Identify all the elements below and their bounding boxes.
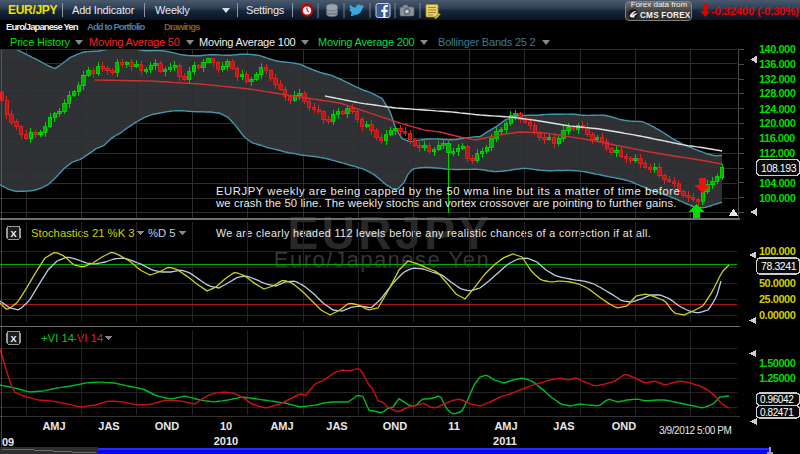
svg-text:2010: 2010 (214, 435, 238, 447)
svg-text:09: 09 (2, 436, 14, 448)
svg-text:OND: OND (155, 420, 180, 432)
svg-text:11: 11 (448, 420, 460, 432)
svg-text:OND: OND (612, 420, 637, 432)
svg-text:X: X (10, 229, 16, 239)
svg-text:100.000: 100.000 (759, 192, 796, 204)
svg-text:OND: OND (383, 420, 408, 432)
svg-text:JAS: JAS (553, 420, 574, 432)
svg-text:+VI 14: +VI 14 (41, 332, 74, 344)
svg-text:we crash the 50 line. The week: we crash the 50 line. The weekly stochs … (215, 197, 676, 209)
svg-text:AMJ: AMJ (42, 420, 65, 432)
svg-text:50.0000: 50.0000 (759, 277, 796, 289)
svg-text:112.000: 112.000 (759, 147, 795, 159)
svg-text:120.000: 120.000 (759, 117, 796, 129)
svg-text:JAS: JAS (98, 420, 119, 432)
svg-text:Stochastics 21 %K 3: Stochastics 21 %K 3 (31, 227, 135, 239)
svg-text:3/9/2012 5:00 PM: 3/9/2012 5:00 PM (659, 425, 732, 436)
svg-text:100.000: 100.000 (759, 245, 796, 257)
svg-text:%D 5: %D 5 (148, 227, 176, 239)
svg-text:We are clearly headed 112 leve: We are clearly headed 112 levels before … (216, 227, 651, 239)
svg-text:124.000: 124.000 (759, 103, 796, 115)
svg-text:1.25000: 1.25000 (759, 372, 796, 384)
svg-text:0.82471: 0.82471 (760, 407, 794, 418)
svg-text:104.000: 104.000 (759, 177, 796, 189)
svg-text:10: 10 (220, 420, 232, 432)
svg-text:AMJ: AMJ (270, 420, 293, 432)
svg-text:X: X (10, 334, 16, 344)
svg-text:128.000: 128.000 (759, 87, 796, 99)
svg-text:25.0000: 25.0000 (759, 293, 796, 305)
svg-text:78.3241: 78.3241 (761, 260, 797, 272)
svg-text:108.193: 108.193 (761, 162, 797, 174)
svg-text:0.00000: 0.00000 (759, 309, 796, 321)
svg-text:0.96042: 0.96042 (760, 394, 794, 405)
svg-text:116.000: 116.000 (759, 132, 795, 144)
svg-text:AMJ: AMJ (494, 420, 517, 432)
svg-text:JAS: JAS (326, 420, 347, 432)
svg-text:EURJPY weekly are being capped: EURJPY weekly are being capped by the 50… (216, 185, 680, 197)
svg-text:136.000: 136.000 (759, 58, 796, 70)
svg-text:132.000: 132.000 (759, 73, 796, 85)
svg-text:1.50000: 1.50000 (759, 357, 796, 369)
svg-text:CMS FOREX: CMS FOREX (640, 11, 691, 20)
svg-text:2011: 2011 (493, 435, 517, 447)
svg-text:-VI 14: -VI 14 (73, 332, 103, 344)
